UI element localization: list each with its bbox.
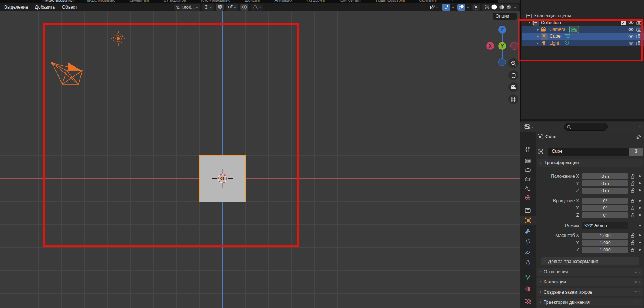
light-data-icon[interactable] [564,40,569,46]
workspace-tab-texture[interactable]: Текстурирование [197,0,234,2]
outliner-row-collection[interactable]: ▾ Collection ✓ [522,19,644,26]
ortho-grid-button[interactable] [508,94,518,104]
tab-particles[interactable] [520,237,536,246]
menu-add[interactable]: Добавить [32,5,59,10]
rotation-x-field[interactable]: 0° [582,198,628,204]
viewport-options-dropdown[interactable]: Опции ⌄ [493,13,517,20]
panel-divider[interactable] [521,119,644,121]
panel-relations[interactable]: › Отношения ∷∷ [537,268,643,276]
shading-solid-icon[interactable] [491,4,497,10]
workspace-tab-sculpting[interactable]: Скульптинг [126,0,152,2]
tab-object-data[interactable] [520,273,536,282]
eye-icon[interactable] [628,20,634,25]
lock-icon[interactable] [628,174,637,179]
panel-motion-paths[interactable]: › Траектории движения ∷∷ [537,298,643,306]
chevron-down-icon[interactable]: ⌄ [466,5,470,9]
gizmo-axis-x-neg[interactable] [510,42,518,50]
gizmo-toggle[interactable] [442,4,450,11]
region-collapse-arrow[interactable]: ‹ [518,30,519,34]
animate-dot[interactable] [639,249,641,251]
camera-view-button[interactable] [508,82,518,92]
pivot-point-dropdown[interactable]: ⌄ [202,4,214,11]
render-camera-icon[interactable] [636,27,642,32]
collection-checkbox[interactable]: ✓ [621,20,626,25]
tab-world[interactable] [520,192,536,202]
tab-collection-properties[interactable] [520,205,536,215]
properties-search-input[interactable] [564,123,608,131]
gizmo-axis-z[interactable]: Z [498,26,506,34]
tab-modifiers[interactable] [520,226,536,236]
pan-hand-button[interactable] [508,70,518,80]
mesh-data-icon[interactable] [565,34,571,39]
workspace-tab-uv[interactable]: UV редактор [161,0,189,2]
disclosure-triangle-icon[interactable]: ▸ [535,34,541,38]
workspace-tab-layout[interactable]: Макетирование [42,0,75,2]
rotation-z-field[interactable]: 0° [582,212,628,218]
breadcrumb-object-name[interactable]: Cube [545,134,556,139]
tab-view-layer[interactable] [520,174,536,184]
camera-data-icon[interactable] [569,26,579,33]
panel-grip-icon[interactable]: ∷∷ [636,161,641,165]
overlays-toggle[interactable] [457,4,465,11]
shading-wireframe-icon[interactable] [484,5,490,10]
render-camera-icon[interactable] [636,20,642,25]
lock-icon[interactable] [628,199,637,203]
chevron-down-icon[interactable]: ⌄ [513,5,516,9]
animate-dot[interactable] [639,214,641,216]
add-workspace-button[interactable]: + [448,0,457,2]
camera-object[interactable] [45,59,86,86]
animate-dot[interactable] [639,234,641,236]
animate-dot[interactable] [639,182,641,184]
animate-dot[interactable] [639,175,641,177]
tab-physics[interactable] [520,247,536,257]
xray-toggle[interactable] [472,4,480,11]
shading-rendered-icon[interactable] [506,5,512,10]
lock-icon[interactable] [628,248,637,252]
location-x-field[interactable]: 0 m [582,173,628,179]
outliner-row-light[interactable]: ▸ Light [522,40,644,46]
gizmo-axis-x[interactable]: X [486,42,494,50]
render-camera-icon[interactable] [636,34,642,38]
snap-toggle[interactable] [216,4,224,11]
transform-panel-header[interactable]: ⌄ Трансформация ∷∷ [537,159,643,167]
tab-scene[interactable] [520,183,536,193]
tab-texture[interactable] [520,297,536,306]
lock-icon[interactable] [628,206,637,210]
tab-object[interactable] [520,216,536,225]
lock-icon[interactable] [628,240,637,245]
workspace-tab-compositing[interactable]: Композитинг [336,0,365,2]
workspace-tab-scripting[interactable]: Скриптинг [416,0,440,2]
location-y-field[interactable]: 0 m [582,180,628,186]
scale-z-field[interactable]: 1.000 [582,247,628,253]
scale-x-field[interactable]: 1.000 [582,233,628,239]
rotation-mode-dropdown[interactable]: XYZ Эйлер ⌄ [582,222,628,229]
disclosure-triangle-icon[interactable]: ▸ [535,41,541,45]
animate-dot[interactable] [639,207,641,209]
light-object[interactable] [110,31,126,46]
lock-icon[interactable] [628,181,637,186]
scale-y-field[interactable]: 1.000 [582,240,628,246]
panel-collections[interactable]: › Коллекции ∷∷ [537,278,643,286]
outliner-row-cube[interactable]: ▸ Cube [522,33,644,40]
object-name-input[interactable]: Cube [549,148,629,156]
rotation-y-field[interactable]: 0° [582,205,628,211]
lock-icon[interactable] [628,233,637,238]
animate-dot[interactable] [639,200,641,202]
tab-render[interactable] [520,156,536,166]
outliner-row-camera[interactable]: ▸ Camera [522,26,644,33]
outliner-row-scene-collection[interactable]: Коллекция сцены [522,12,644,19]
gizmo-axis-z-neg[interactable] [498,58,506,66]
show-gizmos-dropdown[interactable]: ⌄ [428,4,441,11]
tab-output[interactable] [520,165,536,175]
panel-instancing[interactable]: › Создание экземпляров ∷∷ [537,288,643,296]
object-id-dropdown[interactable]: ⌄ [537,148,549,156]
menu-object[interactable]: Объект [59,5,81,10]
workspace-tab-geometry-nodes[interactable]: Ноды геометрии [373,0,408,2]
gizmo-axis-y[interactable]: Y [498,42,506,50]
proportional-editing-toggle[interactable] [240,4,248,11]
lock-icon[interactable] [628,213,637,217]
users-count-badge[interactable]: 3 [629,148,643,156]
panel-delta-transform[interactable]: › Дельта-трансформация [541,257,639,265]
animate-dot[interactable] [639,225,641,226]
viewport-3d[interactable]: Опции ⌄ Z X Y ‹ [0,11,520,308]
